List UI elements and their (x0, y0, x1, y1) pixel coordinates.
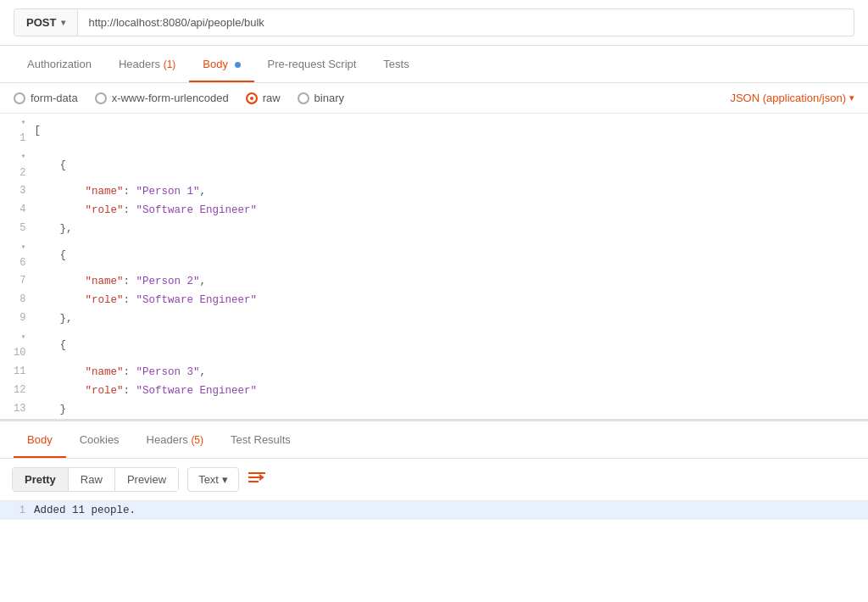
code-line-8: 8 "role": "Software Engineer" (0, 291, 868, 309)
url-bar: POST ▾ (0, 0, 868, 46)
code-line-4: 4 "role": "Software Engineer" (0, 201, 868, 220)
radio-circle-binary (298, 92, 309, 104)
code-line-9: 9 }, (0, 309, 868, 328)
pretty-button[interactable]: Pretty (13, 468, 69, 491)
response-tab-cookies[interactable]: Cookies (66, 421, 133, 458)
method-label: POST (26, 16, 56, 29)
format-chevron: ▾ (849, 92, 854, 103)
response-toolbar: Pretty Raw Preview Text ▾ (0, 459, 868, 501)
radio-form-data[interactable]: form-data (14, 92, 78, 104)
response-section: Body Cookies Headers (5) Test Results Pr… (0, 421, 868, 603)
url-input[interactable] (78, 8, 854, 36)
response-tab-test-results[interactable]: Test Results (217, 421, 304, 458)
format-dropdown[interactable]: Text ▾ (187, 467, 239, 492)
raw-button[interactable]: Raw (69, 468, 115, 491)
code-table: ▾ 1 [ ▾ 2 { 3 "name": "Person 1", 4 (0, 114, 868, 419)
body-dot (235, 62, 241, 68)
code-line-3: 3 "name": "Person 1", (0, 182, 868, 201)
code-line-12: 12 "role": "Software Engineer" (0, 382, 868, 400)
body-options: form-data x-www-form-urlencoded raw bina… (0, 83, 868, 114)
code-line-11: 11 "name": "Person 3", (0, 363, 868, 382)
method-chevron: ▾ (61, 18, 65, 27)
tab-pre-request[interactable]: Pre-request Script (254, 46, 370, 82)
method-selector[interactable]: POST ▾ (14, 8, 78, 36)
preview-button[interactable]: Preview (115, 468, 178, 491)
response-tab-headers[interactable]: Headers (5) (133, 421, 217, 458)
view-button-group: Pretty Raw Preview (12, 467, 179, 492)
tab-authorization[interactable]: Authorization (14, 46, 105, 82)
radio-raw[interactable]: raw (246, 92, 281, 104)
radio-binary[interactable]: binary (298, 92, 344, 104)
response-tabs: Body Cookies Headers (5) Test Results (0, 421, 868, 459)
wrap-icon[interactable] (248, 470, 266, 489)
code-line-6: ▾ 6 { (0, 238, 868, 272)
code-line-13: 13 } (0, 400, 868, 419)
radio-circle-x-www (95, 92, 107, 104)
response-output: 1 Added 11 people. (0, 501, 868, 603)
code-line-2: ▾ 2 { (0, 148, 868, 181)
top-tabs: Authorization Headers (1) Body Pre-reque… (0, 46, 868, 83)
radio-circle-form-data (14, 92, 25, 104)
headers-badge: (1) (164, 59, 176, 70)
tab-body[interactable]: Body (189, 46, 253, 82)
radio-circle-raw (246, 92, 258, 104)
tab-tests[interactable]: Tests (370, 46, 422, 82)
code-line-7: 7 "name": "Person 2", (0, 272, 868, 291)
response-line-1: 1 Added 11 people. (0, 501, 868, 520)
radio-x-www[interactable]: x-www-form-urlencoded (95, 92, 229, 104)
code-editor[interactable]: ▾ 1 [ ▾ 2 { 3 "name": "Person 1", 4 (0, 114, 868, 421)
tab-headers[interactable]: Headers (1) (105, 46, 189, 82)
code-line-1: ▾ 1 [ (0, 114, 868, 148)
format-selector[interactable]: JSON (application/json) ▾ (730, 92, 854, 104)
code-line-5: 5 }, (0, 220, 868, 238)
response-tab-body[interactable]: Body (14, 421, 66, 458)
format-dropdown-chevron: ▾ (222, 473, 228, 486)
app-container: POST ▾ Authorization Headers (1) Body Pr… (0, 0, 868, 602)
code-line-10: ▾ 10 { (0, 328, 868, 362)
response-headers-badge: (5) (191, 434, 203, 446)
